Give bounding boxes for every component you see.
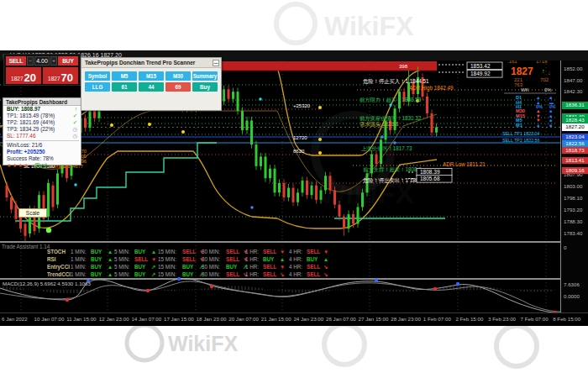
dashboard-row-sl: SL: 1777.46◷ bbox=[3, 133, 81, 139]
ta-signal-value: BUY bbox=[91, 249, 102, 255]
scanner-title-bar[interactable]: TakePropips Donchian Trend Pro Scanner — bbox=[81, 58, 221, 68]
ta-timeframe-label: 1 MIN: bbox=[71, 264, 87, 270]
dashboard-row-text: TP2: 1821.69 (44%) bbox=[7, 119, 55, 125]
profit-row: Profit: +205250 bbox=[3, 149, 81, 155]
candle bbox=[246, 121, 249, 130]
scale-tick-label: 1793.20 bbox=[564, 207, 582, 213]
price-label-text: 1853.42 bbox=[470, 63, 491, 69]
candle bbox=[10, 197, 13, 209]
ta-row-stoch: STOCH bbox=[47, 249, 66, 255]
scanner-header-row: SymbolM5M15M30Summary bbox=[85, 71, 219, 81]
ta-signal-arrow-icon: ▼ bbox=[323, 249, 328, 255]
price-label-text: 1805.68 bbox=[420, 176, 440, 181]
price-badge-red: 1818.73 bbox=[562, 147, 588, 155]
candle bbox=[302, 181, 304, 192]
time-axis-label: 14 Jan 07:00 bbox=[131, 316, 161, 322]
volume-increase-button[interactable]: + bbox=[50, 56, 57, 66]
scale-tick-label: 1798.10 bbox=[564, 195, 582, 201]
ta-row-trendcci: TrendCCI bbox=[47, 271, 71, 277]
scanner-header-m5[interactable]: M5 bbox=[112, 71, 137, 81]
time-axis-label: 2 Feb 15:00 bbox=[455, 316, 483, 322]
ta-signal-value: BUY bbox=[263, 256, 274, 262]
sell-button[interactable]: SELL bbox=[6, 56, 26, 66]
ta-timeframe-label: 15 MIN: bbox=[158, 271, 176, 277]
macd-sell-dot bbox=[66, 298, 69, 302]
ta-signal-value: SELL bbox=[307, 249, 320, 255]
candle bbox=[357, 207, 360, 223]
volume-decrease-button[interactable]: − bbox=[27, 56, 34, 66]
chart-annotation: 需求源头 1828.8 bbox=[360, 121, 399, 127]
scanner-cell-69[interactable]: 69 bbox=[165, 82, 191, 92]
chart-annotation: 上涨价值区！1817.73 bbox=[361, 145, 412, 152]
candle bbox=[223, 89, 225, 101]
candle bbox=[352, 214, 354, 223]
volume-input[interactable]: 4.00 bbox=[34, 56, 50, 66]
scanner-header-m15[interactable]: M15 bbox=[139, 71, 164, 81]
ta-timeframe-label: 1 HR: bbox=[245, 256, 259, 262]
tp-line-label: SELL TP2 1822.56 bbox=[502, 138, 540, 143]
sell-price[interactable]: 1827 20 bbox=[6, 67, 41, 84]
rating-note: (Buy) bbox=[34, 162, 47, 168]
level-tag: 398 bbox=[399, 64, 408, 69]
ta-timeframe-label: 1 MIN: bbox=[71, 271, 87, 277]
scale-tick-label: 1788.30 bbox=[564, 218, 582, 224]
time-axis-label: 8 Feb 15:00 bbox=[553, 316, 580, 322]
candle bbox=[283, 183, 286, 197]
dashboard-row-tp1: TP1: 1815.49 (78%)✓ bbox=[3, 113, 81, 119]
pane-separator[interactable] bbox=[0, 278, 588, 280]
dashboard-row-text: BUY: 1808.97 bbox=[7, 106, 40, 112]
ta-signal-arrow-icon: ↗ bbox=[151, 271, 155, 277]
trend-pro-scanner-window: TakePropips Donchian Trend Pro Scanner —… bbox=[81, 57, 222, 111]
success-rate-row: Success Rate: 78% bbox=[3, 155, 81, 162]
scanner-cell-44[interactable]: 44 bbox=[139, 82, 164, 92]
ta-signal-value: SELL bbox=[263, 264, 276, 270]
buy-price-pips: 70 bbox=[61, 72, 73, 83]
scale-tick-label: 1852.00 bbox=[564, 66, 582, 71]
divider bbox=[5, 140, 79, 141]
ta-signal-arrow-icon: ▼ bbox=[151, 256, 156, 262]
price-label-text: 1849.92 bbox=[470, 71, 491, 76]
scanner-cell-llg[interactable]: LLG bbox=[85, 82, 110, 92]
candle bbox=[15, 205, 18, 219]
price-badge-white: 1827.20 bbox=[562, 123, 588, 131]
signal-dot-yellow bbox=[318, 151, 322, 155]
watermark-top: WikiFX bbox=[0, 0, 588, 50]
one-click-trading-widget: SELL − 4.00 + BUY 1827 20 1827 70 bbox=[3, 54, 81, 86]
buy-button[interactable]: BUY bbox=[58, 56, 78, 66]
scanner-header-m30[interactable]: M30 bbox=[165, 71, 191, 81]
ta-signal-value: SELL bbox=[182, 249, 196, 255]
scanner-cell-61[interactable]: 61 bbox=[112, 82, 137, 92]
side-panel-text: .161 bbox=[507, 60, 517, 64]
candle bbox=[237, 92, 239, 111]
side-panel-text: ↑ bbox=[542, 68, 545, 74]
ta-signal-value: SELL bbox=[182, 256, 196, 262]
macd-buy-dot bbox=[375, 279, 378, 282]
ta-signal-arrow-icon: ▲ bbox=[108, 271, 113, 277]
minimize-button[interactable]: — bbox=[213, 60, 219, 66]
side-panel-text: 702 bbox=[540, 77, 549, 82]
scale-chip: Scale bbox=[18, 208, 47, 218]
price-badge-red: 1809.16 bbox=[562, 167, 588, 175]
ta-timeframe-label: 1 HR: bbox=[245, 264, 259, 270]
dashboard-row-tp2: TP2: 1821.69 (44%)✓ bbox=[3, 119, 81, 126]
signal-dot-blue bbox=[250, 206, 253, 208]
time-axis-label: 1 Feb 07:00 bbox=[423, 316, 451, 322]
ta-signal-value: BUY bbox=[182, 264, 193, 270]
side-panel-text: 1827 bbox=[511, 66, 533, 77]
candle bbox=[232, 92, 234, 99]
scanner-value-row: LLG614469Buy bbox=[85, 82, 219, 92]
side-panel-text: M1 bbox=[516, 123, 522, 128]
time-axis[interactable]: 6 Jan 202210 Jan 07:0011 Jan 15:0012 Jan… bbox=[0, 312, 588, 326]
signal-dot-cyan bbox=[389, 103, 391, 106]
scanner-header-symbol[interactable]: Symbol bbox=[85, 71, 110, 81]
up-icon: ↑ bbox=[75, 106, 77, 113]
scanner-cell-buy[interactable]: Buy bbox=[192, 82, 218, 92]
ta-timeframe-label: 1 HR: bbox=[245, 271, 259, 277]
candle bbox=[269, 169, 271, 178]
scanner-header-summary[interactable]: Summary bbox=[192, 71, 218, 81]
signal-dot-yellow bbox=[318, 106, 322, 109]
time-axis-label: 20 Jan 07:00 bbox=[228, 316, 259, 322]
ta-timeframe-label: 1 MIN: bbox=[71, 249, 87, 255]
buy-price[interactable]: 1827 70 bbox=[43, 67, 78, 84]
candle bbox=[320, 190, 323, 199]
